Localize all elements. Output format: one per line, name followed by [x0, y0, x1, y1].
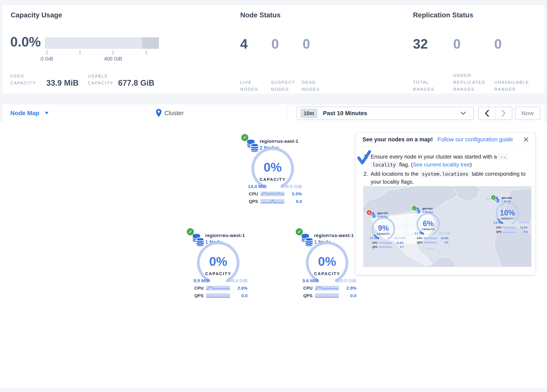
locality-name: region=eu-west-1 [205, 233, 245, 238]
map-locality-geo-sfo[interactable]: 1 geo=sfo 2 Nodes 9% CAPACITY 3.2 GiB 35… [366, 209, 412, 249]
healthy-check-icon: ✓ [295, 228, 303, 236]
cpu-value: 11.0% [392, 241, 403, 244]
dead-nodes-count: 0 [303, 36, 310, 52]
warning-badge: 1 [366, 210, 372, 215]
chevron-down-icon [45, 112, 48, 114]
suspect-nodes-label: SUSPECT NODES [271, 68, 300, 93]
locality-card-us-east-1[interactable]: ✓ region=us-east-1 2 Nodes 0% CAPACITY 1… [241, 134, 310, 206]
total-capacity: 169.5 GiB [335, 278, 356, 283]
healthy-check-icon: ✓ [491, 195, 496, 200]
capacity-label: CAPACITY [494, 217, 520, 220]
time-range-dropdown[interactable]: 10m Past 10 Minutes [297, 107, 474, 120]
capacity-label: CAPACITY [304, 271, 351, 276]
qps-sparkline [424, 241, 437, 244]
qps-sparkline [379, 246, 392, 248]
cpu-label: CPU [303, 286, 315, 291]
locality-name: region=us-east-1 [260, 139, 298, 144]
chevron-right-icon [501, 110, 506, 117]
capacity-label: CAPACITY [415, 228, 441, 231]
locality-name: geo=nyc [422, 207, 433, 210]
cpu-value: 2.8% [339, 286, 356, 291]
dead-nodes-label: DEAD NODES [302, 68, 331, 93]
code-chip: locality [371, 162, 398, 168]
suspect-nodes-count: 0 [271, 36, 279, 52]
capacity-percent: 0.0% [10, 34, 41, 50]
capacity-tick [80, 50, 80, 55]
capacity-tick-label: 0 GiB [34, 56, 60, 62]
chevron-down-icon [460, 112, 466, 115]
capacity-tick [146, 50, 146, 55]
under-replicated-count: 0 [453, 36, 461, 52]
capacity-tick [113, 50, 113, 55]
capacity-tick [47, 50, 47, 55]
now-button-label: Now [521, 110, 533, 117]
cpu-sparkline [206, 286, 230, 290]
healthy-check-icon: ✓ [241, 134, 249, 142]
now-button[interactable]: Now [515, 107, 540, 120]
cpu-value: 5.5% [284, 191, 302, 196]
code-chip: system.locations [420, 171, 470, 177]
locality-tree-link[interactable]: See current locality tree [413, 161, 470, 168]
qps-value: 4.7 [392, 246, 403, 248]
qps-value: 0.0 [339, 293, 356, 298]
total-capacity: 65.7 GiB [439, 232, 450, 235]
locality-card-eu-west-1[interactable]: ✓ region=eu-west-1 1 Node 0% CAPACITY 9.… [186, 228, 255, 300]
step-text: ) [470, 161, 472, 168]
step-text: flag. ( [398, 161, 413, 168]
capacity-bar [45, 37, 159, 49]
time-step-control [478, 107, 512, 120]
step-number: 2. [363, 170, 371, 178]
locality-card-us-west-1[interactable]: ✓ region=us-west-1 1 Node 0% CAPACITY 9.… [295, 228, 364, 300]
breadcrumb[interactable]: Cluster [156, 104, 184, 122]
map-locality-geo-nyc[interactable]: ✓ geo=nyc 2 Nodes 6% CAPACITY 3.7 GiB 65… [411, 205, 457, 245]
configuration-guide-link[interactable]: Follow our configuration guide [438, 136, 513, 143]
step-text: Add locations to the [371, 171, 420, 177]
nodes-on-map-popup: See your nodes on a map! Follow our conf… [356, 132, 535, 275]
capacity-bar-total-segment [142, 37, 159, 49]
qps-sparkline [206, 293, 230, 298]
healthy-check-icon: ✓ [411, 206, 417, 211]
used-capacity: 9.9 MiB [193, 278, 210, 283]
usable-capacity-label: USABLE CAPACITY [88, 71, 121, 87]
nodes-db-icon [301, 233, 314, 248]
under-replicated-label: UNDER-REPLICATED RANGES [453, 63, 492, 93]
healthy-check-icon: ✓ [186, 228, 194, 236]
total-capacity: 35.1 GiB [394, 236, 405, 240]
map-toolbar: Node Map Cluster 10m Past 10 Minutes Now [2, 104, 545, 123]
location-pin-icon [156, 109, 162, 117]
close-icon[interactable] [523, 136, 529, 143]
qps-value: 0.0 [437, 241, 448, 244]
time-step-forward-button[interactable] [495, 107, 512, 120]
total-capacity: 338.9 GiB [281, 184, 302, 189]
used-capacity-label: USED CAPACITY [10, 71, 44, 87]
total-capacity: 169.4 GiB [227, 278, 247, 283]
capacity-label: CAPACITY [370, 233, 397, 235]
used-capacity-value: 33.9 MiB [46, 79, 79, 88]
cpu-value: 42.5% [437, 237, 448, 240]
view-selector-dropdown[interactable]: Node Map [10, 104, 48, 122]
popup-instructions: 1.Ensure every node in your cluster was … [363, 153, 529, 186]
capacity-percent: 6% [415, 219, 441, 228]
capacity-percent: 10% [494, 209, 520, 217]
cpu-sparkline [379, 242, 392, 244]
map-locality-geo-ams[interactable]: ✓ geo=ams 1 Node 10% CAPACITY 3.6 GiB 34… [490, 194, 536, 234]
used-capacity: 3.2 GiB [370, 236, 379, 240]
capacity-label: CAPACITY [249, 177, 296, 182]
used-capacity: 14.4 MiB [248, 184, 267, 189]
qps-value: 0.0 [516, 230, 527, 233]
used-capacity: 3.6 GiB [494, 221, 503, 224]
node-map-canvas: ✓ region=us-east-1 2 Nodes 0% CAPACITY 1… [0, 122, 547, 388]
qps-value: 0.0 [284, 199, 302, 204]
capacity-percent: 9% [370, 224, 397, 233]
completed-step-check-icon [357, 150, 372, 166]
live-nodes-label: LIVE NODES [240, 68, 270, 93]
cpu-label: CPU [249, 191, 260, 196]
usable-capacity-value: 677.8 GiB [118, 79, 154, 88]
cpu-sparkline [260, 192, 284, 196]
step-text: Ensure every node in your cluster was st… [371, 153, 499, 160]
total-ranges-count: 32 [413, 36, 428, 52]
unavailable-count: 0 [494, 36, 502, 52]
node-status-title: Node Status [240, 11, 281, 19]
time-step-back-button[interactable] [479, 107, 495, 120]
qps-sparkline [260, 199, 284, 204]
